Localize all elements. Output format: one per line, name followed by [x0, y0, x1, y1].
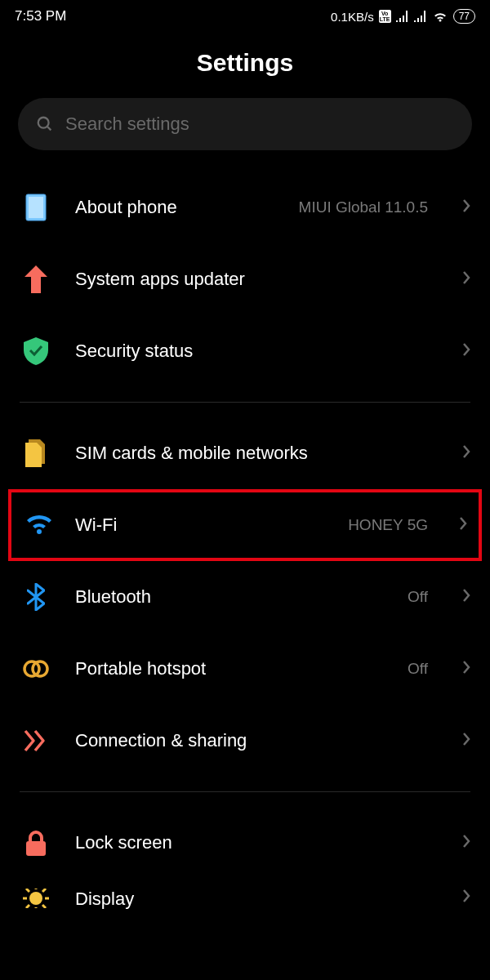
arrow-up-icon: [20, 263, 52, 296]
row-security-status[interactable]: Security status: [0, 315, 490, 387]
phone-icon: [20, 191, 52, 224]
row-label: SIM cards & mobile networks: [75, 443, 428, 464]
status-right: 0.1KB/s VoLTE 77: [331, 9, 475, 24]
hotspot-icon: [20, 653, 52, 685]
row-lock-screen[interactable]: Lock screen: [0, 807, 490, 879]
chevron-right-icon: [462, 342, 470, 360]
row-hotspot[interactable]: Portable hotspot Off: [0, 633, 490, 705]
search-icon: [36, 115, 54, 133]
chevron-right-icon: [462, 889, 470, 906]
signal-icon: [414, 11, 427, 22]
search-bar[interactable]: [18, 98, 472, 150]
row-label: Connection & sharing: [75, 730, 428, 751]
bluetooth-icon: [20, 581, 52, 613]
chevron-right-icon: [459, 516, 467, 534]
status-time: 7:53 PM: [15, 8, 66, 24]
row-system-updater[interactable]: System apps updater: [0, 243, 490, 315]
svg-line-12: [26, 889, 29, 892]
connection-icon: [20, 724, 52, 757]
status-bar: 7:53 PM 0.1KB/s VoLTE 77: [0, 0, 490, 33]
row-bluetooth[interactable]: Bluetooth Off: [0, 561, 490, 633]
row-value: HONEY 5G: [348, 516, 428, 534]
battery-icon: 77: [453, 9, 475, 24]
shield-check-icon: [20, 335, 52, 368]
row-label: Bluetooth: [75, 586, 385, 608]
search-input[interactable]: [65, 114, 454, 135]
row-label: System apps updater: [75, 269, 428, 290]
row-value: Off: [408, 588, 428, 606]
svg-line-15: [26, 905, 29, 908]
row-value: Off: [408, 660, 428, 678]
svg-rect-6: [26, 841, 46, 856]
sun-icon: [20, 889, 52, 908]
row-label: Security status: [75, 341, 428, 362]
row-sim-cards[interactable]: SIM cards & mobile networks: [0, 417, 490, 489]
divider: [20, 791, 470, 792]
svg-point-0: [38, 118, 49, 128]
settings-list: About phone MIUI Global 11.0.5 System ap…: [0, 172, 490, 920]
chevron-right-icon: [462, 834, 470, 852]
row-label: Display: [75, 889, 428, 910]
wifi-status-icon: [432, 11, 448, 23]
svg-line-14: [42, 889, 46, 892]
signal-icon: [396, 11, 409, 22]
chevron-right-icon: [462, 198, 470, 216]
chevron-right-icon: [462, 732, 470, 750]
lock-icon: [20, 826, 52, 859]
svg-rect-3: [29, 197, 43, 218]
svg-line-13: [42, 905, 46, 908]
svg-point-7: [29, 892, 42, 905]
chevron-right-icon: [462, 660, 470, 678]
row-display[interactable]: Display: [0, 879, 490, 920]
row-label: Lock screen: [75, 832, 428, 853]
sim-card-icon: [20, 437, 52, 470]
chevron-right-icon: [462, 270, 470, 288]
row-connection-sharing[interactable]: Connection & sharing: [0, 705, 490, 777]
row-label: Wi-Fi: [75, 514, 328, 536]
row-label: Portable hotspot: [75, 658, 385, 679]
row-about-phone[interactable]: About phone MIUI Global 11.0.5: [0, 172, 490, 243]
row-value: MIUI Global 11.0.5: [299, 198, 428, 216]
row-wifi[interactable]: Wi-Fi HONEY 5G: [8, 489, 482, 561]
divider: [20, 402, 470, 403]
status-net-speed: 0.1KB/s: [331, 10, 374, 24]
chevron-right-icon: [462, 588, 470, 606]
row-label: About phone: [75, 197, 276, 218]
chevron-right-icon: [462, 444, 470, 462]
page-title: Settings: [0, 33, 490, 98]
wifi-icon: [23, 509, 56, 541]
volte-icon: VoLTE: [379, 10, 391, 23]
svg-line-1: [47, 127, 51, 131]
